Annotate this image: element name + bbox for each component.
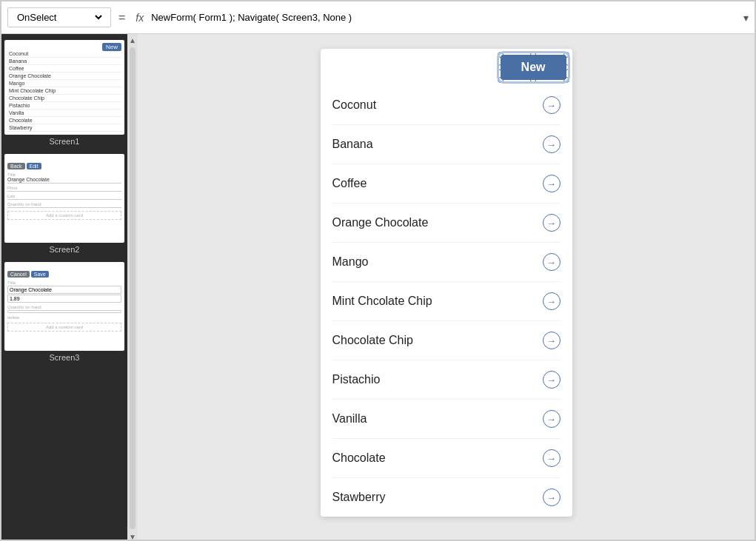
screen3-field-title-label: Title xyxy=(7,280,121,285)
list-item-text-mintchoc: Mint Chcolate Chip xyxy=(332,295,432,308)
arrow-icon-pistachio[interactable]: → xyxy=(543,371,561,389)
canvas-area: New Coconut → Banana → Coffee → xyxy=(138,34,755,541)
arrow-icon-vanilla[interactable]: → xyxy=(543,410,561,428)
thumb-item-vanilla: Vanilla xyxy=(7,110,121,117)
new-button-wrapper: New xyxy=(501,55,566,80)
formula-bar: OnSelect = fx ▾ xyxy=(1,1,755,34)
list-item-text-orangechoc: Orange Chocolate xyxy=(332,216,429,229)
thumb-item-coconut: Coconut xyxy=(7,50,121,58)
screen2-edit-badge: Edit xyxy=(27,163,41,169)
thumb-item-banana: Banana xyxy=(7,58,121,65)
arrow-icon-chocchip[interactable]: → xyxy=(543,332,561,349)
screen3-field-qty-label: Quantity on hand xyxy=(7,305,121,309)
list-item-text-vanilla: Vanilla xyxy=(332,412,367,426)
list-item-text-stawberry: Stawberry xyxy=(332,491,386,504)
thumb-item-chocchip: Chocolate Chip xyxy=(7,95,121,102)
arrow-icon-banana[interactable]: → xyxy=(543,135,561,153)
screen3-label: Screen3 xyxy=(4,351,124,364)
screen3-save-badge: Save xyxy=(31,271,49,278)
scroll-track xyxy=(130,47,136,529)
screen2-field-title-value: Orange Chocolate xyxy=(7,177,121,184)
sidebar-scrollbar[interactable]: ▲ ▼ xyxy=(127,34,138,541)
list-item-mintchoc[interactable]: Mint Chcolate Chip → xyxy=(332,282,561,321)
fx-icon: fx xyxy=(133,12,147,24)
screen3-field-qty-value xyxy=(7,310,121,313)
screen2-field-price-value xyxy=(7,190,121,192)
item-list: Coconut → Banana → Coffee → Orange Choco… xyxy=(321,86,572,517)
arrow-icon-chocolate[interactable]: → xyxy=(543,449,561,467)
list-item-text-mango: Mango xyxy=(332,255,369,269)
formula-dropdown-arrow[interactable]: ▾ xyxy=(743,12,749,24)
arrow-icon-coconut[interactable]: → xyxy=(543,96,561,114)
list-item-text-chocolate: Chocolate xyxy=(332,451,386,465)
list-item-mango[interactable]: Mango → xyxy=(332,243,561,282)
list-item-vanilla[interactable]: Vanilla → xyxy=(332,400,561,439)
screen3-cancel-badge: Cancel xyxy=(7,271,30,278)
thumb-item-stawberry: Stawberry xyxy=(7,124,121,132)
screen3-custom-card: Add a custom card xyxy=(7,323,121,332)
thumb-item-mango: Mango xyxy=(7,80,121,87)
thumb-item-chocolate: Chocolate xyxy=(7,117,121,124)
thumb-item-pistachio: Pistachio xyxy=(7,102,121,110)
list-item-text-coconut: Coconut xyxy=(332,98,377,112)
scroll-down-arrow[interactable]: ▼ xyxy=(128,532,137,541)
list-item-text-banana: Banana xyxy=(332,138,373,151)
list-item-pistachio[interactable]: Pistachio → xyxy=(332,360,561,400)
sidebar: ··· New Coconut Banana Coffee Orange Cho… xyxy=(1,34,127,541)
arrow-icon-mintchoc[interactable]: → xyxy=(543,292,561,310)
arrow-icon-orangechoc[interactable]: → xyxy=(543,214,561,232)
screen2-back-badge: Back xyxy=(7,163,25,169)
thumb-item-orangechoc: Orange Chocolate xyxy=(7,73,121,80)
thumb-item-mintchoc: Mint Chocolate Chip xyxy=(7,87,121,95)
arrow-icon-stawberry[interactable]: → xyxy=(543,488,561,506)
phone-header: New xyxy=(321,49,572,86)
list-item-banana[interactable]: Banana → xyxy=(332,125,561,164)
screen2-field-lab-value xyxy=(7,198,121,200)
screen2-field-qty-value xyxy=(7,206,121,208)
list-item-coffee[interactable]: Coffee → xyxy=(332,164,561,204)
main-layout: ··· New Coconut Banana Coffee Orange Cho… xyxy=(1,34,755,541)
list-item-stawberry[interactable]: Stawberry → xyxy=(332,478,561,517)
property-dropdown[interactable]: OnSelect xyxy=(14,11,104,24)
screen3-field-title-value: Orange Chocolate xyxy=(7,286,121,294)
equals-sign: = xyxy=(116,11,128,24)
screen1-label: Screen1 xyxy=(4,135,124,148)
phone-mockup: New Coconut → Banana → Coffee → xyxy=(321,49,572,517)
list-item-coconut[interactable]: Coconut → xyxy=(332,86,561,125)
new-button[interactable]: New xyxy=(501,55,566,80)
thumb-item-coffee: Coffee xyxy=(7,65,121,73)
screen2-thumb[interactable]: Back Edit Title Orange Chocolate Price L… xyxy=(4,154,124,243)
list-item-orangechoc[interactable]: Orange Chocolate → xyxy=(332,204,561,243)
screen2-custom-card: Add a custom card xyxy=(7,211,121,220)
list-item-text-pistachio: Pistachio xyxy=(332,373,381,386)
screen2-label: Screen2 xyxy=(4,243,124,256)
formula-input[interactable] xyxy=(151,12,739,23)
list-item-text-chocchip: Chocolate Chip xyxy=(332,334,413,347)
list-item-chocolate[interactable]: Chocolate → xyxy=(332,439,561,478)
screen1-new-badge: New xyxy=(102,43,121,51)
scroll-up-arrow[interactable]: ▲ xyxy=(128,36,137,44)
arrow-icon-mango[interactable]: → xyxy=(543,253,561,271)
screen1-thumb[interactable]: New Coconut Banana Coffee Orange Chocola… xyxy=(4,40,124,135)
list-item-text-coffee: Coffee xyxy=(332,177,367,190)
screen3-field-delete-label: delete xyxy=(7,315,121,320)
property-selector[interactable]: OnSelect xyxy=(7,7,111,27)
list-item-chocchip[interactable]: Chocolate Chip → xyxy=(332,321,561,360)
arrow-icon-coffee[interactable]: → xyxy=(543,175,561,192)
screen3-field-price-value: 1.89 xyxy=(7,295,121,303)
screen3-thumb[interactable]: Cancel Save Title Orange Chocolate 1.89 … xyxy=(4,262,124,351)
